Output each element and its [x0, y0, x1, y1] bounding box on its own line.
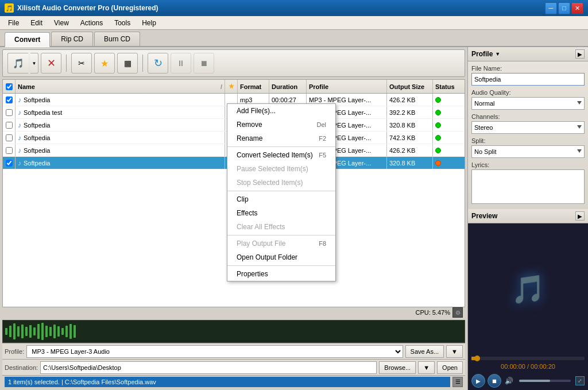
- row-checkbox[interactable]: [6, 96, 13, 103]
- tab-rip-cd[interactable]: Rip CD: [51, 32, 93, 46]
- tab-convert[interactable]: Convert: [5, 32, 50, 47]
- stop-button[interactable]: ⏹: [194, 53, 214, 74]
- status-dot: [435, 122, 441, 128]
- preview-progress-bar[interactable]: [471, 357, 585, 360]
- wave-bar: [37, 324, 40, 339]
- volume-slider[interactable]: [519, 380, 571, 382]
- profile-bar: Profile: MP3 - MPEG Layer-3 Audio Save A…: [2, 343, 465, 359]
- header-duration[interactable]: Duration: [269, 80, 307, 93]
- ctx-open-folder[interactable]: Open Output Folder: [227, 250, 335, 264]
- save-as-button[interactable]: Save As...: [405, 345, 444, 358]
- row-checkbox[interactable]: [6, 109, 13, 116]
- toolbar-separator-2: [142, 55, 143, 72]
- menu-file[interactable]: File: [2, 17, 25, 29]
- channels-select[interactable]: Stereo Mono: [471, 121, 585, 134]
- wave-bar: [45, 326, 48, 337]
- favorite-button[interactable]: ★: [94, 53, 115, 74]
- row-checkbox[interactable]: [6, 160, 13, 167]
- menu-view[interactable]: View: [48, 17, 75, 29]
- lyrics-textarea[interactable]: [471, 169, 585, 204]
- status-dot: [435, 110, 441, 115]
- browse-button[interactable]: Browse...: [379, 361, 416, 374]
- select-all-checkbox[interactable]: [6, 83, 13, 90]
- profile-expand-button[interactable]: ▶: [575, 49, 585, 59]
- header-output-size[interactable]: Output Size: [387, 80, 433, 93]
- wave-bar: [57, 326, 60, 337]
- convert-button[interactable]: ↻: [148, 53, 168, 74]
- preview-expand-button[interactable]: ▶: [575, 211, 585, 221]
- ctx-properties[interactable]: Properties: [227, 267, 335, 281]
- file-name-input[interactable]: [471, 73, 585, 86]
- play-button[interactable]: ▶: [471, 374, 485, 388]
- row-checkbox[interactable]: [6, 134, 13, 141]
- minimize-button[interactable]: ─: [545, 2, 557, 14]
- preview-title: Preview: [471, 212, 497, 220]
- settings-icon[interactable]: ⚙: [452, 307, 463, 318]
- header-check[interactable]: [3, 80, 16, 93]
- pause-button[interactable]: ⏸: [171, 53, 191, 74]
- split-select[interactable]: No Split: [471, 145, 585, 158]
- wave-bar: [5, 328, 7, 335]
- header-profile[interactable]: Profile: [307, 80, 387, 93]
- menu-actions[interactable]: Actions: [75, 17, 109, 29]
- profile-dropdown-icon: ▼: [495, 51, 500, 57]
- menu-tools[interactable]: Tools: [109, 17, 136, 29]
- ctx-pause: Pause Selected Item(s): [227, 162, 335, 176]
- ctx-separator-1: [227, 146, 335, 147]
- cpu-bar: CPU: 5.47% ⚙: [2, 307, 465, 318]
- delete-button[interactable]: ✕: [41, 53, 61, 74]
- lyrics-label: Lyrics:: [471, 161, 585, 168]
- preview-section: Preview ▶ 🎵 00:00:00 / 00:00:20 ▶ ⏹ 🔊: [468, 209, 588, 390]
- wave-bar: [21, 325, 24, 338]
- wave-bar: [49, 327, 52, 336]
- cpu-label: CPU: 5.47%: [415, 309, 450, 316]
- menu-help[interactable]: Help: [136, 17, 162, 29]
- save-as-arrow-button[interactable]: ▼: [446, 345, 463, 358]
- tab-burn-cd[interactable]: Burn CD: [94, 32, 140, 46]
- ctx-rename[interactable]: Rename F2: [227, 132, 335, 145]
- preview-music-icon: 🎵: [511, 273, 546, 306]
- profile-section-title: Profile ▼: [471, 50, 500, 58]
- ctx-add-files[interactable]: Add File(s)...: [227, 104, 335, 118]
- ctx-remove[interactable]: Remove Del: [227, 118, 335, 132]
- dest-arrow-button[interactable]: ▼: [418, 361, 435, 374]
- preview-controls: ▶ ⏹ 🔊 ⤢: [468, 372, 588, 390]
- row-checkbox[interactable]: [6, 147, 13, 154]
- close-button[interactable]: ✕: [571, 2, 583, 14]
- music-icon: ♪: [18, 121, 21, 129]
- profile-select[interactable]: MP3 - MPEG Layer-3 Audio: [26, 345, 403, 358]
- preview-canvas: 🎵: [468, 223, 588, 356]
- wave-bar: [13, 323, 16, 339]
- title-bar: 🎵 Xilisoft Audio Converter Pro (Unregist…: [0, 0, 588, 16]
- status-dot: [435, 97, 441, 103]
- status-icon[interactable]: ☰: [452, 377, 463, 387]
- menu-edit[interactable]: Edit: [25, 17, 48, 29]
- header-name[interactable]: Name /: [16, 80, 225, 93]
- preview-fullscreen-button[interactable]: ⤢: [575, 376, 585, 385]
- toolbar-separator-1: [66, 55, 67, 72]
- profile-label: Profile:: [5, 348, 24, 355]
- encode-button[interactable]: ▦: [117, 53, 138, 74]
- header-star[interactable]: ★: [225, 80, 238, 93]
- header-status[interactable]: Status: [433, 80, 465, 93]
- destination-input[interactable]: [40, 361, 377, 374]
- add-files-button[interactable]: 🎵: [7, 53, 28, 74]
- ctx-convert[interactable]: Convert Selected Item(s) F5: [227, 148, 335, 162]
- sort-indicator: /: [220, 83, 222, 90]
- file-list-header: Name / ★ Format Duration Profile Output …: [3, 80, 465, 94]
- ctx-clip[interactable]: Clip: [227, 192, 335, 206]
- audio-quality-label: Audio Quality:: [471, 89, 585, 96]
- cut-button[interactable]: ✂: [71, 53, 92, 74]
- destination-label: Destination:: [5, 364, 38, 371]
- row-checkbox[interactable]: [6, 122, 13, 129]
- ctx-effects[interactable]: Effects: [227, 206, 335, 220]
- wave-bar: [9, 326, 11, 337]
- progress-thumb: [474, 356, 480, 361]
- add-files-dropdown[interactable]: ▼: [30, 53, 38, 74]
- status-dot: [435, 160, 441, 166]
- open-button[interactable]: Open: [437, 361, 463, 374]
- maximize-button[interactable]: □: [558, 2, 570, 14]
- audio-quality-select[interactable]: Normal High Low: [471, 97, 585, 110]
- header-format[interactable]: Format: [238, 80, 269, 93]
- stop-preview-button[interactable]: ⏹: [488, 374, 501, 388]
